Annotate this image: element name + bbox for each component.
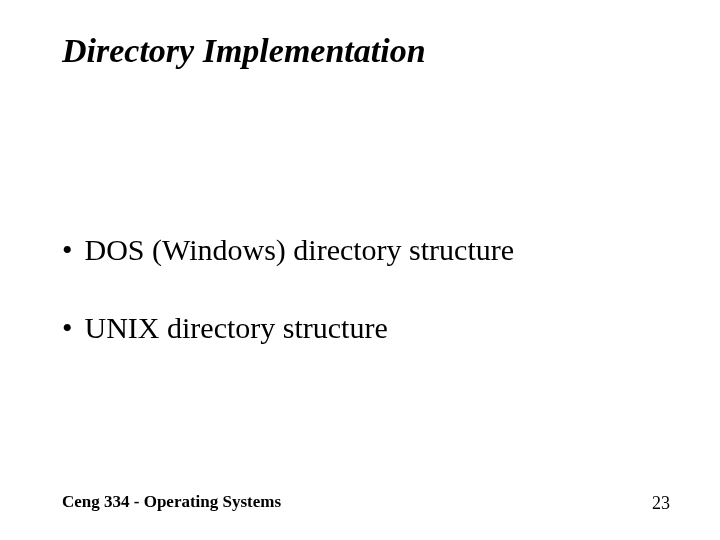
footer-course-label: Ceng 334 - Operating Systems bbox=[62, 492, 281, 512]
slide-container: Directory Implementation • DOS (Windows)… bbox=[0, 0, 720, 540]
list-item: • DOS (Windows) directory structure bbox=[62, 232, 670, 268]
bullet-icon: • bbox=[62, 310, 73, 346]
slide-title: Directory Implementation bbox=[62, 32, 426, 70]
bullet-text: DOS (Windows) directory structure bbox=[85, 232, 515, 268]
bullet-icon: • bbox=[62, 232, 73, 268]
page-number: 23 bbox=[652, 493, 670, 514]
bullet-list: • DOS (Windows) directory structure • UN… bbox=[62, 232, 670, 388]
bullet-text: UNIX directory structure bbox=[85, 310, 388, 346]
list-item: • UNIX directory structure bbox=[62, 310, 670, 346]
